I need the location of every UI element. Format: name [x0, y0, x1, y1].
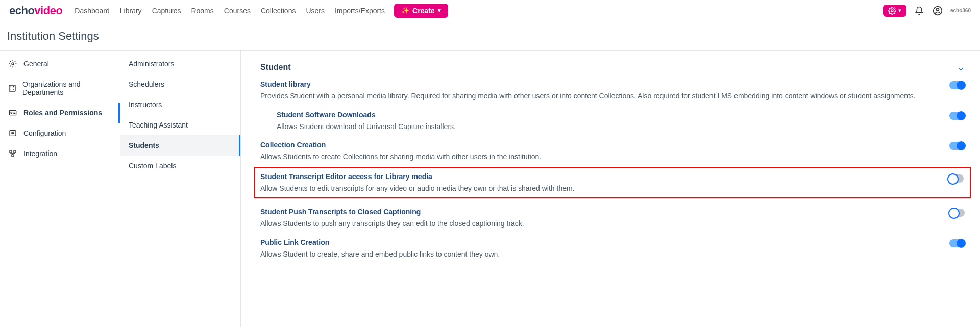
- svg-point-6: [11, 112, 12, 114]
- nav-imports-exports[interactable]: Imports/Exports: [335, 7, 385, 15]
- setting-desc: Allow Students to edit transcripts for a…: [260, 184, 939, 194]
- sidebar-item-integration[interactable]: Integration: [0, 143, 120, 164]
- sidebar-item-label: General: [23, 60, 49, 68]
- svg-rect-8: [10, 150, 12, 153]
- subnav-administrators[interactable]: Administrators: [120, 54, 240, 74]
- content-columns: General Organizations and Departments Ro…: [0, 51, 980, 327]
- id-card-icon: [8, 109, 17, 117]
- nav-dashboard[interactable]: Dashboard: [75, 7, 110, 15]
- setting-title: Student Push Transcripts to Closed Capti…: [260, 208, 934, 216]
- setting-desc: Provides Student with a personal media l…: [260, 91, 934, 102]
- topbar-right: ▾ echo360: [883, 5, 971, 17]
- logo-part-1: echo: [9, 4, 34, 17]
- nav-rooms[interactable]: Rooms: [191, 7, 213, 15]
- setting-desc: Allows Students to create Collections fo…: [260, 152, 934, 162]
- wand-icon: ✨: [401, 7, 409, 14]
- chevron-down-icon: ▾: [438, 7, 441, 14]
- setting-title: Student library: [260, 80, 934, 88]
- sidebar-item-orgs[interactable]: Organizations and Departments: [0, 74, 120, 103]
- sidebar-item-roles[interactable]: Roles and Permissions: [0, 103, 120, 123]
- setting-transcript-editor: Student Transcript Editor access for Lib…: [260, 172, 939, 194]
- logo-part-2: video: [34, 4, 62, 17]
- svg-rect-4: [9, 85, 15, 91]
- setting-collection-creation: Collection Creation Allows Students to c…: [260, 141, 965, 162]
- setting-desc: Allows Student to create, share and embe…: [260, 249, 934, 260]
- main-nav: Dashboard Library Captures Rooms Courses…: [75, 7, 385, 15]
- toggle-software-downloads[interactable]: [949, 112, 965, 120]
- create-button-label: Create: [412, 7, 435, 15]
- setting-desc: Allows Students to push any transcripts …: [260, 219, 934, 229]
- subnav-teaching-assistant[interactable]: Teaching Assistant: [120, 115, 240, 135]
- logo[interactable]: echovideo: [9, 4, 62, 17]
- nav-library[interactable]: Library: [120, 7, 142, 15]
- nav-collections[interactable]: Collections: [261, 7, 296, 15]
- chevron-down-icon: ⌄: [957, 62, 965, 73]
- subnav-instructors[interactable]: Instructors: [120, 94, 240, 115]
- section-title: Student: [260, 63, 291, 72]
- svg-point-0: [891, 10, 893, 12]
- sidebar-item-label: Integration: [23, 149, 57, 158]
- gear-icon: [8, 60, 17, 68]
- role-sub-nav: Administrators Schedulers Instructors Te…: [120, 51, 241, 327]
- bell-icon: [915, 6, 924, 15]
- nav-captures[interactable]: Captures: [152, 7, 181, 15]
- gear-icon: [888, 7, 896, 15]
- svg-rect-9: [14, 150, 16, 153]
- setting-title: Collection Creation: [260, 141, 934, 149]
- topbar: echovideo Dashboard Library Captures Roo…: [0, 0, 980, 21]
- create-button[interactable]: ✨ Create ▾: [394, 4, 448, 18]
- highlight-transcript-editor: Student Transcript Editor access for Lib…: [254, 167, 971, 199]
- toggle-transcript-editor[interactable]: [948, 174, 964, 183]
- setting-software-downloads: Student Software Downloads Allows Studen…: [260, 111, 965, 132]
- toggle-collection-creation[interactable]: [949, 142, 965, 150]
- setting-student-library: Student library Provides Student with a …: [260, 80, 965, 102]
- building-icon: [8, 84, 16, 92]
- subnav-schedulers[interactable]: Schedulers: [120, 74, 240, 94]
- toggle-public-link[interactable]: [949, 239, 965, 247]
- sliders-icon: [8, 129, 17, 137]
- sidebar-item-general[interactable]: General: [0, 54, 120, 74]
- setting-push-transcripts: Student Push Transcripts to Closed Capti…: [260, 208, 965, 229]
- notifications-button[interactable]: [914, 5, 925, 16]
- svg-rect-10: [12, 155, 14, 157]
- sidebar-item-label: Configuration: [23, 129, 66, 137]
- chevron-down-icon: ▾: [898, 7, 901, 14]
- setting-public-link: Public Link Creation Allows Student to c…: [260, 238, 965, 260]
- setting-title: Public Link Creation: [260, 238, 934, 246]
- svg-point-2: [936, 8, 939, 11]
- page-title: Institution Settings: [7, 30, 973, 43]
- sidebar-item-label: Organizations and Departments: [22, 80, 112, 96]
- setting-title: Student Software Downloads: [277, 111, 934, 119]
- toggle-student-library[interactable]: [949, 81, 965, 89]
- settings-gear-button[interactable]: ▾: [883, 5, 906, 17]
- sidebar-item-config[interactable]: Configuration: [0, 123, 120, 143]
- settings-category-nav: General Organizations and Departments Ro…: [0, 51, 120, 327]
- setting-title: Student Transcript Editor access for Lib…: [260, 172, 939, 181]
- settings-panel: Student ⌄ Student library Provides Stude…: [241, 51, 980, 327]
- section-header[interactable]: Student ⌄: [260, 62, 965, 73]
- subnav-students[interactable]: Students: [120, 135, 240, 156]
- nav-users[interactable]: Users: [306, 7, 325, 15]
- sidebar-item-label: Roles and Permissions: [23, 109, 102, 117]
- nav-courses[interactable]: Courses: [224, 7, 251, 15]
- svg-point-3: [12, 63, 14, 65]
- setting-desc: Allows Student download of Universal Cap…: [277, 122, 934, 132]
- account-button[interactable]: [932, 5, 943, 16]
- brandlet: echo360: [950, 8, 971, 13]
- subnav-custom-labels[interactable]: Custom Labels: [120, 156, 240, 176]
- page-title-row: Institution Settings: [0, 21, 980, 51]
- user-circle-icon: [933, 6, 943, 16]
- integration-icon: [8, 149, 17, 158]
- toggle-push-transcripts[interactable]: [949, 209, 965, 217]
